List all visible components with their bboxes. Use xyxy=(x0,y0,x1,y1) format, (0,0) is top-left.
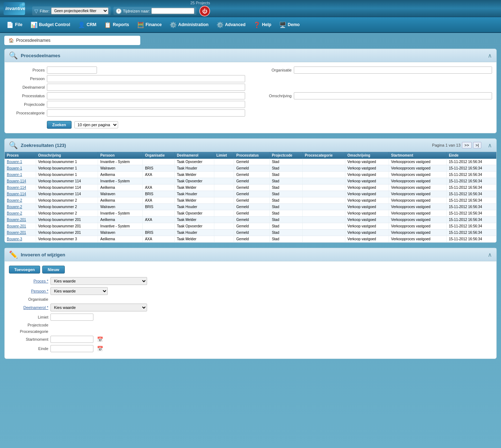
table-cell xyxy=(302,210,345,217)
power-button[interactable]: ⏻ xyxy=(199,6,210,16)
label-processtatus: Processtatus xyxy=(9,94,45,98)
table-cell: BRIS xyxy=(143,191,175,197)
nav-item-help[interactable]: ❓ Help xyxy=(250,19,275,30)
invoer-select-persoon[interactable]: Kies waarde xyxy=(50,287,108,295)
table-cell[interactable]: Bouwnr-1 xyxy=(5,172,36,178)
search-panel: 🔍 Procesdeelnames ∧ Proces Persoon xyxy=(4,49,497,133)
table-cell: Invantive - System xyxy=(98,159,143,165)
nieuw-button[interactable]: Nieuw xyxy=(42,266,64,274)
nav-item-advanced[interactable]: ⚙️ Advanced xyxy=(213,19,249,30)
invoer-select-deelnamerol[interactable]: Kies waarde xyxy=(50,304,147,311)
search-left-col: Proces Persoon Deelnamerol Processtatus xyxy=(9,67,245,118)
nav-item-finance[interactable]: 🧮 Finance xyxy=(133,19,165,30)
invoer-input-einde[interactable] xyxy=(50,345,93,352)
input-organisatie[interactable] xyxy=(294,67,492,74)
table-cell[interactable]: Bouwnr-1 xyxy=(5,159,36,165)
table-cell: Gemeld xyxy=(234,159,269,165)
table-cell: Verkoop vastgoed xyxy=(345,178,389,184)
table-cell[interactable]: Bouwnr-114 xyxy=(5,191,36,197)
input-deelnamerol[interactable] xyxy=(47,84,245,91)
table-cell[interactable]: Bouwnr-2 xyxy=(5,210,36,217)
table-cell: Aeilkema xyxy=(98,236,143,242)
table-cell[interactable]: Bouwnr-201 xyxy=(5,217,36,223)
last-page-btn[interactable]: >| xyxy=(473,142,481,148)
einde-calendar-icon[interactable]: 📅 xyxy=(97,346,103,351)
table-cell[interactable]: Bouwnr-114 xyxy=(5,184,36,191)
table-cell xyxy=(214,191,234,197)
invoer-input-startmoment[interactable] xyxy=(50,336,93,343)
table-cell: Invantive - System xyxy=(98,210,143,217)
table-cell: Stad xyxy=(269,217,302,223)
input-omschrijving[interactable] xyxy=(294,92,492,99)
invoer-panel-title: Invoeren of wijzigen xyxy=(21,252,65,257)
toevoegen-button[interactable]: Toevoegen xyxy=(9,266,40,274)
form-row-organisatie: Organisatie xyxy=(256,67,492,74)
input-processtatus[interactable] xyxy=(47,92,245,99)
table-cell: Verkoopproces vastgoed xyxy=(389,159,446,165)
table-cell[interactable]: Bouwnr-114 xyxy=(5,178,36,184)
table-cell[interactable]: Bouwnr-1 xyxy=(5,165,36,172)
table-cell: Stad xyxy=(269,165,302,172)
table-cell: Verkoopproces vastgoed xyxy=(389,230,446,236)
next-page-btn[interactable]: >> xyxy=(462,142,472,148)
collapse-search-btn[interactable]: ∧ xyxy=(488,52,492,59)
table-cell: Verkoop bouwnummer 114 xyxy=(36,184,98,191)
invoer-label-projectcode: Projectcode xyxy=(9,323,48,327)
nav-item-crm[interactable]: 👤 CRM xyxy=(74,19,100,30)
input-proces[interactable] xyxy=(47,67,97,74)
input-projectcode[interactable] xyxy=(47,101,245,108)
table-cell: Aeilkema xyxy=(98,172,143,178)
table-cell[interactable]: Bouwnr-2 xyxy=(5,197,36,204)
col-header-limiet: Limiet xyxy=(214,152,234,159)
nav-label-crm: CRM xyxy=(87,22,96,27)
table-cell: Taak Melder xyxy=(175,184,214,191)
invoer-input-limiet[interactable] xyxy=(50,314,93,321)
table-cell: Verkoopproces vastgoed xyxy=(389,204,446,210)
table-cell: Verkoop vastgoed xyxy=(345,165,389,172)
col-header-omschrijving: Omschrijving xyxy=(36,152,98,159)
breadcrumb: 🏠 Procesdeelnames xyxy=(4,36,140,45)
finance-icon: 🧮 xyxy=(137,21,144,28)
table-cell: Taak Houder xyxy=(175,204,214,210)
filter-select[interactable]: Geen projectspecifiek filter xyxy=(51,8,108,14)
label-procescategorie: Procescategorie xyxy=(9,111,45,115)
input-persoon[interactable] xyxy=(47,75,245,82)
table-cell: 15-11-2012 16:56:34 xyxy=(447,165,496,172)
table-cell: Verkoop vastgoed xyxy=(345,172,389,178)
table-cell: 15-11-2012 16:56:34 xyxy=(447,236,496,242)
nav-item-reports[interactable]: 📋 Reports xyxy=(101,19,132,30)
invoer-label-startmoment: Startmoment xyxy=(9,337,48,341)
table-cell[interactable]: Bouwnr-2 xyxy=(5,204,36,210)
col-header-deelnamerol: Deelnamerol xyxy=(175,152,214,159)
nav-label-finance: Finance xyxy=(146,22,162,27)
results-tbody: Bouwnr-1Verkoop bouwnummer 1Invantive - … xyxy=(5,159,496,242)
invoer-panel: ✏️ Invoeren of wijzigen ∧ Toevoegen Nieu… xyxy=(4,248,497,359)
table-cell: Verkoop vastgoed xyxy=(345,204,389,210)
table-cell: AXA xyxy=(143,197,175,204)
collapse-results-btn[interactable]: ∧ xyxy=(488,142,492,149)
tijdreizen-input[interactable] xyxy=(151,8,194,14)
nav-item-administration[interactable]: ⚙️ Administration xyxy=(166,19,212,30)
zoeken-button[interactable]: Zoeken xyxy=(47,121,72,129)
table-cell: Verkoop vastgoed xyxy=(345,197,389,204)
invoer-select-proces[interactable]: Kies waarde xyxy=(50,277,147,285)
table-cell xyxy=(302,191,345,197)
table-cell: Verkoop bouwnummer 2 xyxy=(36,204,98,210)
nav-item-file[interactable]: 📄 File xyxy=(3,19,26,30)
results-table-container: Proces Omschrijving Persoon Organisatie … xyxy=(5,152,496,242)
table-cell xyxy=(214,210,234,217)
table-cell[interactable]: Bouwnr-201 xyxy=(5,230,36,236)
label-persoon: Persoon xyxy=(9,77,45,81)
startmoment-calendar-icon[interactable]: 📅 xyxy=(97,336,103,342)
crm-icon: 👤 xyxy=(78,21,85,28)
rows-per-page-select[interactable]: 10 rijen per pagina 25 rijen per pagina … xyxy=(74,121,118,128)
nav-item-budget-control[interactable]: 📊 Budget Control xyxy=(27,19,74,30)
nav-label-administration: Administration xyxy=(178,22,209,27)
table-cell: Taak Opvoerder xyxy=(175,178,214,184)
collapse-invoer-btn[interactable]: ∧ xyxy=(488,251,492,258)
table-cell[interactable]: Bouwnr-3 xyxy=(5,236,36,242)
input-procescategorie[interactable] xyxy=(47,109,245,117)
col-header-omschrijving2: Omschrijving xyxy=(345,152,389,159)
nav-item-demo[interactable]: 🖥️ Demo xyxy=(276,19,303,30)
table-cell[interactable]: Bouwnr-201 xyxy=(5,223,36,230)
